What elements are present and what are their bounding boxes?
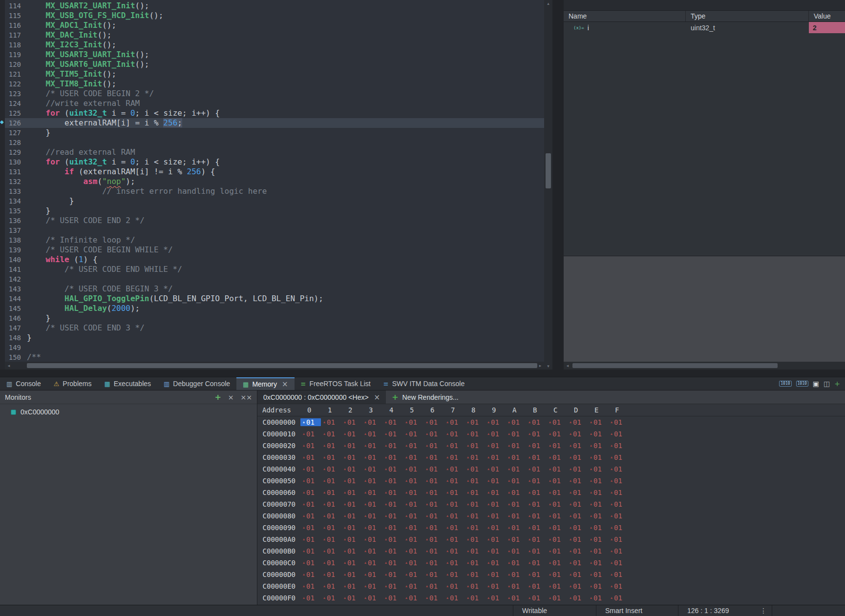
memory-cell[interactable]: 01	[465, 535, 485, 543]
line-number[interactable]: 144	[5, 294, 27, 304]
memory-cell[interactable]: 01	[403, 477, 423, 485]
memory-cell[interactable]: 01	[608, 418, 629, 426]
memory-cell[interactable]: 01	[506, 559, 526, 567]
memory-monitor-toolbar-icon[interactable]: 1010	[779, 381, 791, 387]
code-line[interactable]: 147 /* USER CODE END 3 */	[5, 323, 544, 333]
memory-cell[interactable]: 01	[423, 418, 444, 426]
memory-cell[interactable]: 01	[485, 571, 506, 578]
memory-cell[interactable]: 01	[506, 571, 526, 578]
new-renderings-tab[interactable]: + New Renderings...	[386, 390, 465, 404]
memory-cell[interactable]: 01	[608, 571, 629, 578]
memory-cell[interactable]: 01	[382, 453, 403, 461]
line-number[interactable]: 119	[5, 50, 27, 60]
column-header-type[interactable]: Type	[686, 11, 809, 21]
memory-cell[interactable]: 01	[341, 559, 362, 567]
memory-cell[interactable]: 01	[403, 465, 423, 473]
memory-cell[interactable]: 01	[506, 465, 526, 473]
memory-cell[interactable]: 01	[608, 559, 629, 567]
memory-cell[interactable]: 01	[321, 512, 341, 520]
memory-cell[interactable]: 01	[403, 582, 423, 590]
memory-address[interactable]: C0000090	[257, 524, 300, 532]
memory-cell[interactable]: 01	[403, 500, 423, 508]
memory-cell[interactable]: 01	[341, 535, 362, 543]
code-line[interactable]: 140 while (1) {	[5, 255, 544, 265]
code-line[interactable]: 126 externalRAM[i] = i % 256;	[5, 118, 544, 128]
memory-cell[interactable]: 01	[567, 500, 588, 508]
memory-cell[interactable]: 01	[547, 524, 567, 532]
memory-cell[interactable]: 01	[608, 465, 629, 473]
line-number[interactable]: 137	[5, 226, 27, 235]
memory-cell[interactable]: 01	[341, 582, 362, 590]
code-line[interactable]: 120 MX_USART6_UART_Init();	[5, 60, 544, 69]
link-memory-rendering-icon[interactable]: +	[834, 380, 840, 387]
memory-cell[interactable]: 01	[362, 594, 382, 602]
memory-cell[interactable]: 01	[506, 500, 526, 508]
memory-cell[interactable]: 01	[465, 571, 485, 578]
memory-cell[interactable]: 01	[567, 559, 588, 567]
memory-cell[interactable]: 01	[444, 524, 465, 532]
line-number[interactable]: 135	[5, 206, 27, 216]
memory-cell[interactable]: 01	[321, 465, 341, 473]
memory-cell[interactable]: 01	[526, 430, 547, 438]
memory-cell[interactable]: 01	[588, 453, 608, 461]
memory-cell[interactable]: 01	[444, 594, 465, 602]
memory-cell[interactable]: 01	[300, 500, 321, 508]
line-number[interactable]: 128	[5, 138, 27, 147]
memory-cell[interactable]: 01	[567, 489, 588, 496]
memory-cell[interactable]: 01	[547, 547, 567, 555]
memory-cell[interactable]: 01	[588, 418, 608, 426]
code-line[interactable]: 130 for (uint32_t i = 0; i < size; i++) …	[5, 157, 544, 167]
status-overflow-icon[interactable]: ⋮	[755, 607, 772, 615]
memory-cell[interactable]: 01	[588, 442, 608, 450]
code-line[interactable]: 150/**	[5, 352, 544, 362]
memory-cell[interactable]: 01	[506, 524, 526, 532]
memory-cell[interactable]: 01	[300, 535, 321, 543]
memory-cell[interactable]: 01	[506, 453, 526, 461]
line-number[interactable]: 131	[5, 167, 27, 177]
memory-cell[interactable]: 01	[444, 489, 465, 496]
memory-cell[interactable]: 01	[423, 500, 444, 508]
code-line[interactable]: 143 /* USER CODE BEGIN 3 */	[5, 284, 544, 294]
memory-cell[interactable]: 01	[506, 442, 526, 450]
line-number[interactable]: 127	[5, 128, 27, 138]
memory-cell[interactable]: 01	[547, 465, 567, 473]
memory-cell[interactable]: 01	[300, 524, 321, 532]
memory-cell[interactable]: 01	[382, 547, 403, 555]
memory-cell[interactable]: 01	[423, 594, 444, 602]
memory-cell[interactable]: 01	[382, 442, 403, 450]
memory-cell[interactable]: 01	[506, 582, 526, 590]
memory-cell[interactable]: 01	[444, 547, 465, 555]
memory-cell[interactable]: 01	[465, 442, 485, 450]
code-line[interactable]: 116 MX_ADC1_Init();	[5, 21, 544, 30]
variable-name-cell[interactable]: (x)= i	[564, 24, 686, 32]
memory-cell[interactable]: 01	[341, 430, 362, 438]
line-number[interactable]: 142	[5, 274, 27, 284]
memory-cell[interactable]: 01	[485, 477, 506, 485]
memory-cell[interactable]: 01	[608, 442, 629, 450]
memory-cell[interactable]: 01	[526, 512, 547, 520]
line-number[interactable]: 140	[5, 255, 27, 265]
code-line[interactable]: 123 /* USER CODE BEGIN 2 */	[5, 89, 544, 99]
memory-cell[interactable]: 01	[485, 453, 506, 461]
memory-cell[interactable]: 01	[321, 477, 341, 485]
memory-cell[interactable]: 01	[321, 500, 341, 508]
memory-cell[interactable]: 01	[362, 582, 382, 590]
line-number[interactable]: 118	[5, 40, 27, 50]
memory-cell[interactable]: 01	[403, 512, 423, 520]
line-number[interactable]: 130	[5, 157, 27, 167]
memory-cell[interactable]: 01	[526, 594, 547, 602]
code-line[interactable]: 122 MX_TIM8_Init();	[5, 79, 544, 89]
code-line[interactable]: 131 if (externalRAM[i] != i % 256) {	[5, 167, 544, 177]
line-number[interactable]: 147	[5, 323, 27, 333]
memory-cell[interactable]: 01	[403, 594, 423, 602]
memory-cell[interactable]: 01	[423, 512, 444, 520]
memory-cell[interactable]: 01	[567, 571, 588, 578]
line-number[interactable]: 146	[5, 313, 27, 323]
memory-cell[interactable]: 01	[300, 594, 321, 602]
memory-cell[interactable]: 01	[465, 582, 485, 590]
memory-address[interactable]: C0000020	[257, 442, 300, 450]
memory-cell[interactable]: 01	[341, 489, 362, 496]
memory-cell[interactable]: 01	[588, 524, 608, 532]
code-line[interactable]: 148}	[5, 333, 544, 343]
memory-cell[interactable]: 01	[382, 465, 403, 473]
